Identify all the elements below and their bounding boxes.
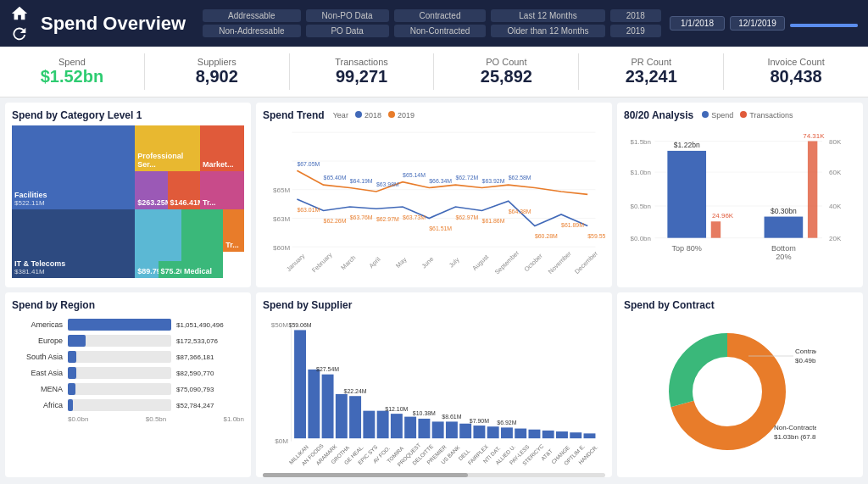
svg-text:$62.97M: $62.97M bbox=[376, 216, 399, 222]
region-bar-outer bbox=[68, 399, 171, 411]
kpi-item: PR Count 23,241 bbox=[579, 53, 724, 90]
svg-text:$63.92M: $63.92M bbox=[482, 178, 505, 184]
svg-text:$65.40M: $65.40M bbox=[324, 175, 347, 181]
kpi-item: Suppliers 8,902 bbox=[145, 53, 290, 90]
svg-text:$66.34M: $66.34M bbox=[429, 178, 452, 184]
svg-text:$1.03bn (67.89%): $1.03bn (67.89%) bbox=[774, 433, 816, 441]
svg-text:$1.22bn: $1.22bn bbox=[674, 141, 700, 149]
header: Spend Overview AddressableNon-PO DataCon… bbox=[0, 0, 868, 47]
treemap-cell[interactable]: $75.26M bbox=[159, 261, 181, 278]
region-bar-fill bbox=[68, 399, 73, 411]
treemap-cell[interactable]: IT & Telecoms $381.41M bbox=[12, 209, 135, 278]
region-label: Africa bbox=[12, 401, 63, 409]
filter-grid: AddressableNon-PO DataContractedLast 12 … bbox=[203, 9, 661, 37]
svg-text:$60.28M: $60.28M bbox=[535, 233, 558, 239]
spend-region-title: Spend by Region bbox=[12, 299, 244, 311]
kpi-value: $1.52bn bbox=[7, 67, 137, 86]
supplier-svg: $50M $0M $59.06M $27.54M $22.24M $12.10M… bbox=[263, 315, 605, 468]
svg-rect-73 bbox=[349, 396, 361, 438]
date-slider[interactable] bbox=[790, 20, 858, 27]
treemap-cell[interactable]: Tr... bbox=[200, 171, 244, 209]
date-range bbox=[670, 16, 858, 31]
region-bar-outer bbox=[68, 383, 171, 395]
kpi-label: Suppliers bbox=[152, 57, 282, 67]
svg-rect-85 bbox=[459, 424, 471, 438]
svg-rect-77 bbox=[391, 414, 403, 438]
spend-contract-title: Spend by Contract bbox=[624, 299, 856, 311]
filter-btn[interactable]: 2019 bbox=[610, 25, 661, 37]
filter-btn[interactable]: Older than 12 Months bbox=[491, 25, 604, 37]
svg-text:Bottom: Bottom bbox=[771, 244, 796, 253]
filter-btn[interactable]: PO Data bbox=[306, 25, 389, 37]
date-start-input[interactable] bbox=[670, 16, 725, 31]
svg-text:$60M: $60M bbox=[273, 244, 290, 252]
svg-text:$65.14M: $65.14M bbox=[403, 172, 426, 178]
spend-region-card: Spend by Region Americas $1,051,490,496 … bbox=[5, 292, 251, 477]
svg-rect-91 bbox=[515, 429, 526, 439]
treemap-cell[interactable]: $146.41M bbox=[168, 171, 200, 209]
region-axis-label: $0.0bn bbox=[68, 415, 88, 423]
contract-chart: Contracted $0.49bn (32.1...) Non-Contrac… bbox=[624, 315, 856, 468]
svg-text:74.31K: 74.31K bbox=[803, 132, 825, 140]
svg-rect-70 bbox=[322, 375, 334, 438]
svg-text:$62.26M: $62.26M bbox=[324, 218, 347, 224]
analysis-title: 80/20 Analysis bbox=[624, 109, 693, 121]
svg-text:Top 80%: Top 80% bbox=[671, 244, 702, 253]
page-title: Spend Overview bbox=[41, 13, 186, 35]
spend-trend-card: Spend Trend Year 2018 2019 $65M $63M $60… bbox=[256, 103, 612, 287]
main-content: Spend by Category Level 1 Facilities $52… bbox=[0, 97, 868, 482]
svg-rect-69 bbox=[308, 370, 320, 438]
svg-rect-55 bbox=[711, 221, 721, 237]
region-label: Europe bbox=[12, 337, 63, 345]
svg-text:May: May bbox=[394, 256, 409, 270]
date-end-input[interactable] bbox=[730, 16, 785, 31]
region-axis: $0.0bn$0.5bn$1.0bn bbox=[12, 415, 244, 423]
analysis-svg: $1.5bn $1.0bn $0.5bn $0.0bn 80K 60K 40K … bbox=[624, 123, 856, 275]
treemap-cell[interactable]: $89.79M bbox=[135, 261, 158, 278]
svg-rect-95 bbox=[570, 432, 581, 438]
svg-text:$65M: $65M bbox=[273, 186, 290, 194]
region-label: East Asia bbox=[12, 369, 63, 377]
region-val: $172,533,076 bbox=[176, 337, 244, 345]
svg-text:$0.0bn: $0.0bn bbox=[631, 235, 651, 242]
filter-btn[interactable]: Addressable bbox=[203, 9, 300, 22]
region-label: South Asia bbox=[12, 353, 63, 361]
treemap-cell[interactable]: Medical bbox=[181, 209, 223, 278]
filter-btn[interactable]: Non-PO Data bbox=[306, 9, 389, 22]
spend-trend-title: Spend Trend bbox=[263, 109, 325, 121]
treemap-cell[interactable]: Tr... bbox=[223, 209, 244, 252]
kpi-bar: Spend $1.52bnSuppliers 8,902Transactions… bbox=[0, 47, 868, 97]
svg-rect-88 bbox=[487, 426, 499, 438]
svg-text:$63.98M: $63.98M bbox=[376, 181, 399, 187]
logo bbox=[10, 4, 29, 43]
svg-text:$8.61M: $8.61M bbox=[442, 414, 461, 420]
region-bar-fill bbox=[68, 383, 75, 395]
region-axis-label: $1.0bn bbox=[224, 415, 244, 423]
region-bar-outer bbox=[68, 351, 171, 363]
svg-text:$59.06M: $59.06M bbox=[289, 322, 312, 328]
kpi-label: PR Count bbox=[586, 57, 716, 67]
treemap-cell[interactable]: Professional Ser... bbox=[135, 125, 200, 171]
filter-btn[interactable]: Contracted bbox=[394, 9, 487, 22]
svg-text:$1.0bn: $1.0bn bbox=[631, 169, 651, 176]
svg-text:$63M: $63M bbox=[273, 215, 290, 223]
filter-btn[interactable]: Last 12 Months bbox=[491, 9, 604, 22]
svg-rect-96 bbox=[584, 433, 596, 438]
treemap-cell[interactable]: $263.25M bbox=[135, 171, 167, 209]
treemap-cell[interactable]: Market... bbox=[200, 125, 244, 171]
filter-btn[interactable]: Non-Contracted bbox=[394, 25, 487, 37]
trend-legend: Year 2018 2019 bbox=[333, 111, 415, 120]
svg-rect-75 bbox=[363, 411, 375, 439]
filter-btn[interactable]: 2018 bbox=[610, 9, 661, 22]
kpi-label: Invoice Count bbox=[731, 57, 861, 67]
svg-text:$63.73M: $63.73M bbox=[403, 214, 426, 220]
svg-text:$61.51M: $61.51M bbox=[429, 225, 452, 231]
svg-text:Non-Contracted: Non-Contracted bbox=[774, 424, 816, 431]
filter-btn[interactable]: Non-Addressable bbox=[203, 25, 300, 37]
treemap-cell-label: IT & Telecoms bbox=[14, 259, 132, 268]
treemap-cell-label: Market... bbox=[203, 160, 242, 169]
svg-text:20K: 20K bbox=[829, 235, 842, 242]
svg-rect-92 bbox=[528, 430, 540, 438]
treemap-cell[interactable]: Facilities $522.11M bbox=[12, 125, 135, 209]
kpi-label: Spend bbox=[7, 57, 137, 67]
